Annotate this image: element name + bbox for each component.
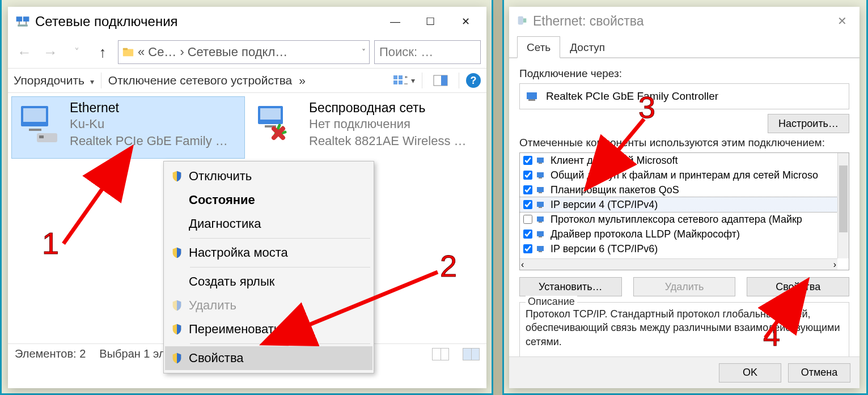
- tab-network[interactable]: Сеть: [517, 36, 560, 58]
- nav-forward-button[interactable]: →: [40, 41, 61, 63]
- folder-icon: [122, 46, 134, 58]
- component-label: Клиент для сетей Microsoft: [551, 155, 678, 167]
- search-input[interactable]: Поиск: …: [374, 40, 481, 64]
- breadcrumb-part-1[interactable]: Се…: [148, 45, 176, 60]
- component-icon: [536, 171, 547, 180]
- component-checkbox[interactable]: [523, 156, 532, 165]
- nic-icon: [526, 90, 540, 103]
- connect-via-label: Подключение через:: [519, 67, 849, 80]
- close-button[interactable]: ✕: [448, 11, 483, 32]
- svg-rect-24: [528, 99, 535, 101]
- svg-rect-12: [441, 75, 447, 86]
- help-button[interactable]: ?: [466, 73, 481, 88]
- view-large-button[interactable]: [463, 348, 480, 360]
- install-button[interactable]: Установить…: [519, 277, 622, 296]
- preview-pane-button[interactable]: [429, 73, 452, 88]
- component-row[interactable]: Клиент для сетей Microsoft: [520, 153, 837, 168]
- breadcrumb-dropdown[interactable]: ˅: [362, 48, 366, 57]
- breadcrumb-part-2[interactable]: Сетевые подкл…: [188, 45, 288, 60]
- component-checkbox[interactable]: [523, 171, 532, 180]
- disable-device-button[interactable]: Отключение сетевого устройства: [108, 74, 292, 87]
- component-label: IP версии 4 (TCP/IPv4): [551, 199, 658, 211]
- svg-rect-9: [393, 80, 397, 84]
- svg-rect-34: [539, 222, 542, 223]
- ethernet-icon: [18, 101, 63, 147]
- component-label: Планировщик пакетов QoS: [551, 184, 679, 196]
- components-list[interactable]: Клиент для сетей MicrosoftОбщий доступ к…: [519, 152, 849, 270]
- breadcrumb-sep: ›: [180, 45, 184, 60]
- breadcrumb-prefix: «: [138, 45, 145, 60]
- adapter-name: Realtek PCIe GbE Family Controller: [546, 90, 718, 103]
- shield-icon: [171, 170, 183, 182]
- adapter-field: Realtek PCIe GbE Family Controller: [519, 83, 849, 109]
- svg-rect-29: [537, 187, 544, 192]
- connection-ethernet[interactable]: Ethernet Ku-Ku Realtek PCIe GbE Family …: [11, 96, 245, 159]
- component-checkbox[interactable]: [523, 230, 532, 239]
- toolbar: Упорядочить ▾ Отключение сетевого устрой…: [8, 68, 486, 93]
- svg-rect-27: [537, 172, 544, 177]
- ctx-properties[interactable]: Свойства: [165, 346, 372, 370]
- ctx-disable[interactable]: Отключить: [165, 164, 372, 188]
- breadcrumb[interactable]: « Се… › Сетевые подкл… ˅: [118, 40, 370, 64]
- svg-rect-10: [399, 80, 403, 84]
- ethernet-properties-dialog: Ethernet: свойства ✕ Сеть Доступ Подключ…: [509, 7, 859, 388]
- dialog-close-button[interactable]: ✕: [829, 12, 855, 30]
- component-checkbox[interactable]: [523, 200, 532, 209]
- component-checkbox[interactable]: [523, 185, 532, 194]
- svg-rect-22: [523, 18, 527, 22]
- ctx-delete: Удалить: [165, 294, 372, 317]
- nav-up-button[interactable]: ↑: [92, 41, 113, 63]
- maximize-button[interactable]: ☐: [413, 11, 448, 32]
- svg-rect-33: [537, 216, 544, 222]
- wifi-icon: [257, 101, 302, 147]
- svg-rect-37: [537, 246, 544, 251]
- minimize-button[interactable]: —: [378, 11, 413, 32]
- component-icon: [536, 156, 547, 165]
- ctx-bridge[interactable]: Настройка моста: [165, 241, 372, 265]
- component-row[interactable]: IP версии 6 (TCP/IPv6): [520, 241, 837, 256]
- ctx-diagnostics[interactable]: Диагностика: [165, 212, 372, 236]
- component-checkbox[interactable]: [523, 215, 532, 224]
- svg-rect-7: [393, 75, 397, 79]
- titlebar[interactable]: Сетевые подключения — ☐ ✕: [8, 7, 486, 36]
- svg-rect-1: [23, 16, 29, 22]
- horizontal-scrollbar[interactable]: ‹›: [520, 258, 837, 270]
- component-checkbox[interactable]: [523, 244, 532, 253]
- components-label: Отмеченные компоненты используются этим …: [519, 137, 849, 149]
- toolbar-overflow[interactable]: »: [299, 74, 306, 87]
- component-row[interactable]: Планировщик пакетов QoS: [520, 182, 837, 197]
- component-row[interactable]: Протокол мультиплексора сетевого адаптер…: [520, 212, 837, 227]
- component-row[interactable]: Драйвер протокола LLDP (Майкрософт): [520, 227, 837, 241]
- ctx-rename[interactable]: Переименовать: [165, 317, 372, 341]
- svg-rect-30: [539, 192, 542, 193]
- component-icon: [536, 230, 547, 239]
- component-icon: [536, 244, 547, 253]
- ok-button[interactable]: OK: [719, 363, 781, 383]
- svg-rect-28: [539, 177, 542, 179]
- component-label: Общий доступ к файлам и принтерам для се…: [551, 169, 818, 181]
- component-row[interactable]: Общий доступ к файлам и принтерам для се…: [520, 168, 837, 182]
- svg-rect-38: [539, 251, 542, 252]
- tab-sharing[interactable]: Доступ: [560, 36, 615, 58]
- sort-dropdown[interactable]: Упорядочить ▾: [14, 74, 94, 87]
- ctx-create-shortcut[interactable]: Создать ярлык: [165, 270, 372, 294]
- vertical-scrollbar[interactable]: [837, 153, 849, 258]
- component-row[interactable]: IP версии 4 (TCP/IPv4): [520, 197, 837, 212]
- description-box: Описание Протокол TCP/IP. Стандартный пр…: [519, 302, 849, 358]
- component-icon: [536, 185, 547, 194]
- nav-back-button[interactable]: ←: [14, 41, 35, 63]
- status-count: Элементов: 2: [15, 347, 86, 360]
- component-properties-button[interactable]: Свойства: [747, 277, 849, 296]
- svg-rect-26: [539, 163, 542, 164]
- connection-name: Ethernet: [70, 100, 228, 116]
- view-details-button[interactable]: [432, 348, 449, 360]
- view-icons-button[interactable]: ▾: [392, 73, 415, 88]
- adapter-icon: [516, 15, 528, 27]
- cancel-button[interactable]: Отмена: [788, 363, 850, 383]
- connection-wifi[interactable]: Беспроводная сеть Нет подключения Realte…: [251, 96, 484, 159]
- nav-recent-button[interactable]: ˅: [66, 41, 87, 63]
- configure-button[interactable]: Настроить…: [768, 114, 849, 133]
- dialog-titlebar[interactable]: Ethernet: свойства ✕: [509, 7, 859, 35]
- dialog-footer: OK Отмена: [509, 356, 859, 388]
- ctx-status[interactable]: Состояние: [165, 188, 372, 212]
